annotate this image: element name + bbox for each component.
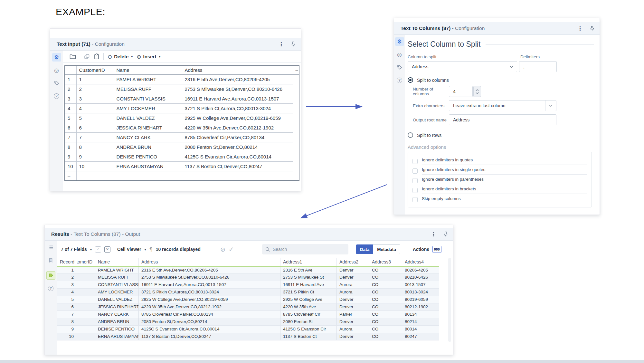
help-icon[interactable]: ? — [46, 284, 55, 292]
search-input[interactable]: Search — [262, 244, 348, 254]
cell-viewer-dropdown[interactable]: Cell Viewer ▾ — [117, 247, 146, 252]
cell: JESSICA RINEHART — [114, 123, 182, 132]
column-header[interactable]: – — [293, 66, 299, 74]
table-row[interactable]: 1PAMELA WRIGHT2316 E 5th Ave,Denver,CO,8… — [57, 266, 451, 273]
panel-title-suffix: - Configuration — [450, 25, 485, 31]
text-input-grid[interactable]: CustomerIDNameAddress– 11PAMELA WRIGHT23… — [64, 65, 299, 181]
performance-icon[interactable]: ◎ — [52, 66, 61, 74]
actions-button[interactable]: Actions — [413, 247, 429, 252]
column-header[interactable]: CustomerID — [76, 66, 114, 74]
list-view-icon[interactable] — [46, 243, 55, 252]
split-to-rows-radio[interactable] — [408, 132, 413, 138]
copy-icon[interactable] — [84, 54, 90, 60]
toolbar-divider — [204, 246, 204, 253]
toolbar-divider — [103, 53, 104, 60]
pin-icon[interactable] — [590, 26, 594, 31]
stepper-down-icon[interactable] — [476, 92, 479, 94]
table-row[interactable]: 44AMY LOCKEMER3721 S Pitkin Ct,Aurora,CO… — [65, 103, 299, 113]
bookmark-icon[interactable] — [46, 256, 55, 264]
checkbox[interactable] — [412, 197, 418, 202]
table-row[interactable]: 1010ERNA ARUSTAMYAN1137 S Boston Ct,Denv… — [65, 161, 299, 171]
table-row[interactable]: 8ANDREA BRUN2080 Fenton St,Denver,CO,802… — [57, 318, 451, 325]
table-row[interactable]: 66JESSICA RINEHART4220 W 35th Ave,Denver… — [65, 123, 299, 132]
column-header[interactable]: CustomerID — [77, 258, 95, 266]
table-row[interactable]: 99DENISE PENTICO4125C S Evanston Cir,Aur… — [65, 152, 299, 161]
whitespace-toggle-icon[interactable]: ¶ — [149, 246, 152, 253]
more-actions-button[interactable]: 000 — [432, 246, 441, 253]
table-row[interactable]: 4AMY LOCKEMER3721 S Pitkin Ct,Aurora,CO,… — [57, 288, 451, 296]
advanced-option-label: Ignore delimiters in quotes — [422, 158, 587, 165]
configuration-gear-icon[interactable]: ⚙ — [52, 53, 61, 62]
help-icon[interactable]: ? — [395, 76, 404, 84]
more-menu-icon[interactable]: ⋮ — [279, 42, 284, 47]
table-row[interactable]: 3CONSTANTI VLASSIS16911 E Harvard Ave,Au… — [57, 281, 451, 288]
column-header[interactable]: Address — [182, 66, 293, 74]
paste-icon[interactable] — [94, 53, 99, 60]
column-header[interactable]: Address4 — [402, 258, 439, 266]
table-row[interactable]: 33CONSTANTI VLASSIS16911 E Harvard Ave,A… — [65, 94, 299, 103]
column-header[interactable]: Name — [114, 66, 182, 74]
cell: 10 — [76, 161, 114, 171]
cell: 2753 S Milwaukee St,Denver,CO,80210-6426 — [182, 84, 293, 94]
column-to-split-select[interactable]: Address — [408, 61, 517, 72]
no-errors-icon[interactable]: ⊘ — [220, 246, 225, 253]
checkbox[interactable] — [412, 178, 418, 183]
table-row[interactable]: 7NANCY CLARK8785 Cloverleaf Cir,Parker,C… — [57, 310, 451, 318]
performance-icon[interactable]: ◎ — [395, 50, 404, 59]
table-row[interactable]: 9DENISE PENTICO4125C S Evanston Cir,Auro… — [57, 325, 451, 333]
delete-button[interactable]: ⊖ Delete ▾ — [108, 53, 133, 60]
column-header[interactable]: Address2 — [337, 258, 369, 266]
table-row[interactable]: 22MELISSA RUFF2753 S Milwaukee St,Denver… — [65, 84, 299, 94]
column-header[interactable]: Record — [57, 258, 77, 266]
table-row[interactable]: 5DANELL VALDEZ2925 W College Ave,Denver,… — [57, 296, 451, 303]
pin-icon[interactable] — [291, 42, 296, 47]
open-file-icon[interactable] — [70, 54, 76, 59]
table-row[interactable]: 55DANELL VALDEZ2925 W College Ave,Denver… — [65, 113, 299, 123]
delimiters-input[interactable]: , — [519, 61, 557, 72]
table-row[interactable]: 2MELISSA RUFF2753 S Milwaukee St,Denver,… — [57, 273, 451, 281]
table-row[interactable]: – — [65, 171, 299, 181]
text-to-columns-side-strip: ⚙ ◎ ? — [394, 35, 405, 215]
more-menu-icon[interactable]: ⋮ — [431, 232, 436, 237]
table-row[interactable]: 10ERNA ARUSTAMYAN1137 S Boston Ct,Denver… — [57, 333, 451, 340]
vertical-scrollbar[interactable] — [448, 258, 451, 342]
table-row[interactable]: 77NANCY CLARK8785 Cloverleaf Cir,Parker,… — [65, 132, 299, 142]
extra-characters-select[interactable]: Leave extra in last column — [449, 100, 556, 111]
fields-dropdown[interactable]: 7 of 7 Fields ▾ — [61, 247, 92, 252]
column-header[interactable]: Address3 — [369, 258, 402, 266]
number-stepper[interactable] — [473, 86, 481, 97]
pin-icon[interactable] — [443, 232, 448, 237]
stepper-up-icon[interactable] — [476, 89, 479, 91]
table-row[interactable]: 88ANDREA BRUN2080 Fenton St,Denver,CO,80… — [65, 142, 299, 152]
tag-icon[interactable] — [52, 79, 61, 87]
checkbox[interactable] — [412, 188, 418, 193]
checkbox[interactable] — [412, 168, 418, 174]
column-header[interactable]: Address1 — [280, 258, 337, 266]
insert-button[interactable]: ⊕ Insert ▾ — [137, 53, 160, 60]
more-menu-icon[interactable]: ⋮ — [577, 26, 583, 31]
metadata-tab[interactable]: Metadata — [373, 244, 400, 254]
table-row[interactable]: 6JESSICA RINEHART4220 W 35th Ave,Denver,… — [57, 303, 451, 310]
cell: 2 — [65, 84, 76, 94]
column-header[interactable]: Name — [95, 258, 139, 266]
output-anchor-icon[interactable] — [46, 271, 55, 280]
table-row[interactable]: 11PAMELA WRIGHT2316 E 5th Ave,Denver,CO,… — [65, 74, 299, 84]
cell: ANDREA BRUN — [95, 318, 139, 325]
tag-icon[interactable] — [395, 63, 404, 72]
success-check-icon[interactable]: ✓ — [229, 245, 234, 253]
split-to-columns-radio[interactable] — [408, 77, 413, 83]
deselect-fields-icon[interactable]: ✕ — [104, 246, 110, 253]
cell: 6 — [57, 303, 77, 310]
select-all-fields-icon[interactable]: ✓ — [95, 246, 101, 253]
number-of-columns-input[interactable]: 4 — [449, 86, 473, 97]
output-root-name-input[interactable]: Address — [449, 114, 556, 125]
cell: CO — [369, 296, 402, 303]
data-tab[interactable]: Data — [356, 244, 373, 254]
cell: PAMELA WRIGHT — [114, 74, 182, 84]
help-icon[interactable]: ? — [52, 92, 61, 100]
column-header[interactable] — [65, 66, 76, 74]
results-table[interactable]: RecordCustomerIDNameAddressAddress1Addre… — [57, 258, 451, 340]
column-header[interactable]: Address — [139, 258, 280, 266]
checkbox[interactable] — [412, 159, 418, 164]
configuration-gear-icon[interactable]: ⚙ — [395, 37, 404, 46]
